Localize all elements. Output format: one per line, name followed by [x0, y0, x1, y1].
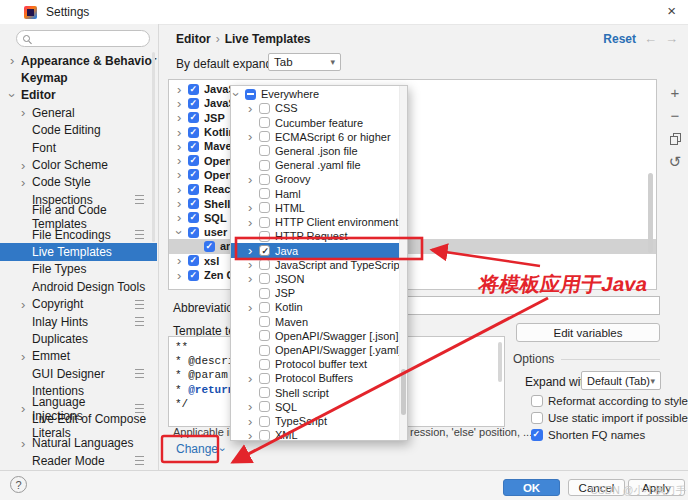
chevron-icon[interactable] — [21, 419, 32, 432]
chevron-icon[interactable] — [248, 159, 259, 172]
close-icon[interactable]: × — [667, 2, 676, 19]
chevron-icon[interactable] — [177, 183, 188, 196]
duplicate-icon[interactable] — [670, 130, 680, 146]
checkbox[interactable] — [188, 255, 199, 266]
popup-context-row[interactable]: JavaScript and TypeScript — [231, 258, 407, 272]
sidebar-item[interactable]: Code Style — [0, 174, 157, 191]
add-icon[interactable]: + — [671, 84, 680, 100]
checkbox[interactable] — [188, 98, 199, 109]
chevron-icon[interactable] — [248, 386, 259, 399]
popup-context-row[interactable]: Cucumber feature — [231, 115, 407, 129]
sidebar-item[interactable]: Keymap — [0, 69, 157, 86]
checkbox[interactable] — [259, 160, 270, 171]
checkbox[interactable] — [259, 430, 270, 441]
popup-context-row[interactable]: TypeScript — [231, 414, 407, 428]
chevron-icon[interactable] — [177, 254, 188, 267]
chevron-icon[interactable] — [177, 226, 188, 239]
chevron-icon[interactable] — [248, 116, 259, 129]
change-link[interactable]: Change — [176, 442, 232, 456]
chevron-icon[interactable] — [10, 72, 21, 85]
chevron-icon[interactable] — [21, 350, 32, 363]
chevron-icon[interactable] — [248, 329, 259, 342]
chevron-icon[interactable] — [10, 54, 21, 67]
sidebar-item[interactable]: Reader Mode — [0, 452, 157, 469]
checkbox[interactable] — [188, 169, 199, 180]
checkbox[interactable] — [259, 231, 270, 242]
checkbox[interactable] — [259, 273, 270, 284]
chevron-icon[interactable] — [248, 415, 259, 428]
checkbox[interactable] — [188, 227, 199, 238]
checkbox[interactable] — [259, 373, 270, 384]
chevron-icon[interactable] — [177, 140, 188, 153]
chevron-icon[interactable] — [21, 280, 32, 293]
popup-context-row[interactable]: General .yaml file — [231, 158, 407, 172]
checkbox[interactable] — [259, 302, 270, 313]
popup-context-row[interactable]: SQL — [231, 400, 407, 414]
chevron-icon[interactable] — [21, 385, 32, 398]
checkbox[interactable] — [259, 259, 270, 270]
checkbox[interactable] — [531, 412, 543, 424]
popup-context-row[interactable]: Everywhere — [231, 87, 407, 101]
option-checkbox-row[interactable]: Reformat according to style — [531, 392, 688, 409]
checkbox[interactable] — [531, 429, 543, 441]
checkbox[interactable] — [259, 174, 270, 185]
chevron-icon[interactable] — [248, 272, 259, 285]
checkbox[interactable] — [188, 141, 199, 152]
popup-context-row[interactable]: JSON — [231, 272, 407, 286]
chevron-icon[interactable] — [248, 187, 259, 200]
sidebar-item[interactable]: Copyright — [0, 295, 157, 312]
popup-context-row[interactable]: XML — [231, 428, 407, 441]
chevron-icon[interactable] — [177, 211, 188, 224]
chevron-icon[interactable] — [248, 230, 259, 243]
popup-context-row[interactable]: JSP — [231, 286, 407, 300]
chevron-icon[interactable] — [177, 111, 188, 124]
popup-context-row[interactable]: General .json file — [231, 144, 407, 158]
checkbox[interactable] — [259, 188, 270, 199]
checkbox[interactable] — [188, 184, 199, 195]
sidebar-item[interactable]: File and Code Templates — [0, 209, 157, 226]
checkbox[interactable] — [259, 202, 270, 213]
chevron-icon[interactable] — [21, 124, 32, 137]
expand-with-dropdown[interactable]: Default (Tab) ▾ — [581, 371, 661, 390]
chevron-icon[interactable] — [177, 83, 188, 96]
chevron-icon[interactable] — [21, 367, 32, 380]
sidebar-item[interactable]: Font — [0, 139, 157, 156]
checkbox[interactable] — [188, 212, 199, 223]
sidebar-item[interactable]: Inlay Hints — [0, 313, 157, 330]
chevron-icon[interactable] — [177, 154, 188, 167]
checkbox[interactable] — [259, 145, 270, 156]
chevron-icon[interactable] — [21, 159, 32, 172]
remove-icon[interactable]: − — [671, 107, 680, 123]
chevron-icon[interactable] — [177, 126, 188, 139]
chevron-icon[interactable] — [21, 402, 32, 415]
chevron-icon[interactable] — [21, 106, 32, 119]
chevron-icon[interactable] — [234, 88, 245, 101]
checkbox[interactable] — [188, 155, 199, 166]
checkbox[interactable] — [188, 112, 199, 123]
checkbox[interactable] — [259, 330, 270, 341]
checkbox[interactable] — [188, 127, 199, 138]
popup-context-row[interactable]: Kotlin — [231, 300, 407, 314]
checkbox[interactable] — [259, 401, 270, 412]
popup-context-row[interactable]: CSS — [231, 101, 407, 115]
chevron-icon[interactable] — [10, 89, 21, 102]
option-checkbox-row[interactable]: Shorten FQ names — [531, 426, 688, 443]
chevron-icon[interactable] — [248, 201, 259, 214]
sidebar-item[interactable]: Color Scheme — [0, 156, 157, 173]
chevron-icon[interactable] — [21, 245, 32, 258]
popup-scrollbar[interactable] — [401, 369, 406, 415]
chevron-icon[interactable] — [21, 298, 32, 311]
sidebar-item[interactable]: GUI Designer — [0, 365, 157, 382]
default-expand-dropdown[interactable]: Tab ▾ — [268, 53, 341, 71]
checkbox[interactable] — [188, 198, 199, 209]
chevron-icon[interactable] — [248, 102, 259, 115]
chevron-icon[interactable] — [21, 141, 32, 154]
tree-scrollbar[interactable] — [648, 173, 653, 253]
edit-variables-button[interactable]: Edit variables — [516, 323, 660, 342]
checkbox[interactable] — [259, 117, 270, 128]
restore-icon[interactable]: ↺ — [669, 153, 682, 169]
chevron-icon[interactable] — [248, 429, 259, 441]
reset-link[interactable]: Reset — [603, 32, 636, 46]
sidebar-item[interactable]: Live Templates — [0, 243, 157, 260]
chevron-icon[interactable] — [248, 258, 259, 271]
